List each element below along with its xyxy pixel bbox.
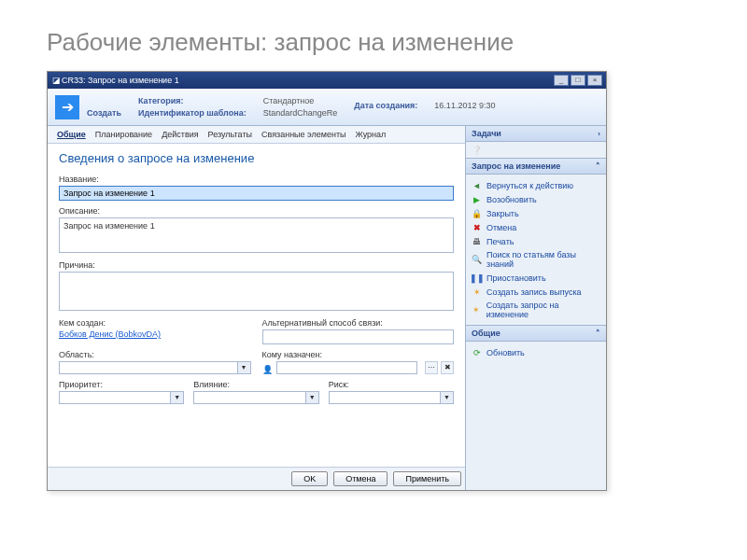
description-textarea[interactable]: Запрос на изменение 1 bbox=[59, 217, 454, 253]
user-icon: 👤 bbox=[262, 364, 273, 374]
print-icon: 🖶 bbox=[472, 236, 482, 246]
sidebar-item-label: Вернуться к действию bbox=[486, 181, 573, 190]
priority-combo[interactable] bbox=[59, 391, 171, 404]
sidebar-item[interactable]: ⟳Обновить bbox=[470, 345, 602, 359]
sidebar-item[interactable]: ✶Создать запись выпуска bbox=[470, 285, 602, 299]
sidebar-item-label: Поиск по статьям базы знаний bbox=[486, 250, 600, 269]
refresh-icon: ⟳ bbox=[472, 347, 482, 357]
star-icon: ✶ bbox=[472, 287, 482, 297]
name-input[interactable] bbox=[59, 186, 454, 201]
section-title: Сведения о запросе на изменение bbox=[59, 151, 454, 165]
sidebar-item-label: Приостановить bbox=[486, 273, 546, 283]
alt-contact-label: Альтернативный способ связи: bbox=[262, 318, 455, 328]
sidebar-item[interactable]: ▶Возобновить bbox=[470, 192, 602, 206]
form-area: Сведения о запросе на изменение Название… bbox=[48, 144, 465, 467]
tab-actions[interactable]: Действия bbox=[162, 130, 198, 139]
tab-planning[interactable]: Планирование bbox=[95, 130, 152, 139]
sidebar-item-label: Возобновить bbox=[486, 195, 537, 204]
alt-contact-input[interactable] bbox=[262, 329, 455, 344]
priority-label: Приоритет: bbox=[59, 380, 184, 389]
template-value: StandardChangeRe bbox=[263, 108, 338, 118]
help-icon-row: ❔ bbox=[466, 142, 606, 158]
apply-button[interactable]: Применить bbox=[393, 471, 461, 486]
main-panel: Общие Планирование Действия Результаты С… bbox=[48, 126, 466, 490]
collapse-icon[interactable]: › bbox=[598, 130, 600, 138]
sidebar-item[interactable]: ✶Создать запрос на изменение bbox=[470, 299, 602, 321]
cancel-button[interactable]: Отмена bbox=[333, 471, 388, 486]
risk-dropdown-icon[interactable]: ▼ bbox=[441, 391, 454, 404]
category-label: Категория: bbox=[138, 96, 183, 105]
tab-general[interactable]: Общие bbox=[57, 130, 86, 139]
created-by-label: Кем создан: bbox=[59, 318, 251, 328]
play-icon: ▶ bbox=[472, 194, 482, 204]
risk-combo[interactable] bbox=[329, 391, 441, 404]
group-change-request-label: Запрос на изменение bbox=[472, 161, 560, 171]
chevron-up-icon: ˄ bbox=[596, 329, 600, 338]
impact-label: Влияние: bbox=[193, 380, 318, 389]
task-pane: Задачи › ❔ Запрос на изменение ˄ ◄Вернут… bbox=[466, 126, 606, 490]
back-icon: ◄ bbox=[472, 180, 482, 190]
sidebar-item[interactable]: ◄Вернуться к действию bbox=[470, 178, 602, 192]
ok-button[interactable]: OK bbox=[291, 471, 328, 486]
date-value: 16.11.2012 9:30 bbox=[434, 101, 495, 110]
template-label: Идентификатор шаблона: bbox=[138, 108, 247, 118]
area-dropdown-icon[interactable]: ▼ bbox=[238, 361, 251, 374]
date-label: Дата создания: bbox=[354, 101, 417, 110]
close-icon: ✖ bbox=[472, 222, 482, 232]
category-value: Стандартное bbox=[263, 96, 315, 105]
sidebar-item-label: Закрыть bbox=[486, 209, 519, 218]
group-general[interactable]: Общие ˄ bbox=[466, 325, 606, 342]
sidebar-item-label: Создать запрос на изменение bbox=[486, 301, 600, 319]
description-label: Описание: bbox=[59, 206, 454, 216]
search-icon: 🔍 bbox=[472, 255, 482, 265]
window-title: CR33: Запрос на изменение 1 bbox=[62, 76, 554, 85]
assign-pick-icon[interactable]: ⋯ bbox=[425, 361, 438, 374]
titlebar: ◪ CR33: Запрос на изменение 1 _ □ × bbox=[48, 72, 606, 89]
tab-journal[interactable]: Журнал bbox=[356, 130, 387, 139]
reason-label: Причина: bbox=[59, 260, 454, 270]
tasks-header-label: Задачи bbox=[472, 129, 501, 138]
create-arrow-icon[interactable]: ➔ bbox=[55, 95, 79, 119]
sidebar-item-label: Печать bbox=[486, 237, 514, 246]
reason-textarea[interactable] bbox=[59, 272, 454, 311]
sidebar-item[interactable]: 🔍Поиск по статьям базы знаний bbox=[470, 248, 602, 271]
area-label: Область: bbox=[59, 350, 251, 359]
tasks-header[interactable]: Задачи › bbox=[466, 126, 606, 142]
tab-results[interactable]: Результаты bbox=[208, 130, 252, 139]
group-general-label: Общие bbox=[472, 329, 500, 338]
sidebar-item[interactable]: 🖶Печать bbox=[470, 234, 602, 248]
lock-icon: 🔒 bbox=[472, 208, 482, 218]
close-window-button[interactable]: × bbox=[587, 75, 602, 86]
group-change-request[interactable]: Запрос на изменение ˄ bbox=[466, 158, 606, 175]
name-label: Название: bbox=[59, 175, 454, 184]
ribbon: ➔ Создать Категория: Идентификатор шабло… bbox=[48, 89, 606, 126]
assigned-combo[interactable] bbox=[276, 361, 418, 374]
sidebar-item[interactable]: 🔒Закрыть bbox=[470, 206, 602, 220]
sidebar-item-label: Создать запись выпуска bbox=[486, 287, 582, 297]
sidebar-item-label: Отмена bbox=[486, 223, 516, 232]
button-bar: OK Отмена Применить bbox=[48, 467, 465, 490]
sidebar-item[interactable]: ✖Отмена bbox=[470, 220, 602, 234]
tabstrip: Общие Планирование Действия Результаты С… bbox=[48, 126, 465, 144]
minimize-button[interactable]: _ bbox=[554, 75, 569, 86]
app-window: ◪ CR33: Запрос на изменение 1 _ □ × ➔ Со… bbox=[47, 71, 607, 491]
slide-title: Рабочие элементы: запрос на изменение bbox=[47, 28, 700, 57]
help-icon[interactable]: ❔ bbox=[472, 145, 482, 155]
assign-clear-icon[interactable]: ✖ bbox=[441, 361, 454, 374]
impact-dropdown-icon[interactable]: ▼ bbox=[306, 391, 319, 404]
assigned-label: Кому назначен: bbox=[262, 350, 455, 359]
maximize-button[interactable]: □ bbox=[571, 75, 585, 86]
sidebar-item-label: Обновить bbox=[486, 348, 525, 357]
impact-combo[interactable] bbox=[193, 391, 305, 404]
create-button[interactable]: Создать bbox=[87, 108, 121, 118]
star-icon: ✶ bbox=[472, 305, 482, 315]
chevron-up-icon: ˄ bbox=[596, 161, 600, 171]
app-icon: ◪ bbox=[51, 76, 62, 86]
area-combo[interactable] bbox=[59, 361, 238, 374]
risk-label: Риск: bbox=[329, 380, 454, 389]
tab-related[interactable]: Связанные элементы bbox=[261, 130, 346, 139]
created-by-link[interactable]: Бобков Денис (BobkovDA) bbox=[59, 329, 161, 339]
sidebar-item[interactable]: ❚❚Приостановить bbox=[470, 271, 602, 285]
priority-dropdown-icon[interactable]: ▼ bbox=[171, 391, 184, 404]
pause-icon: ❚❚ bbox=[472, 273, 482, 283]
